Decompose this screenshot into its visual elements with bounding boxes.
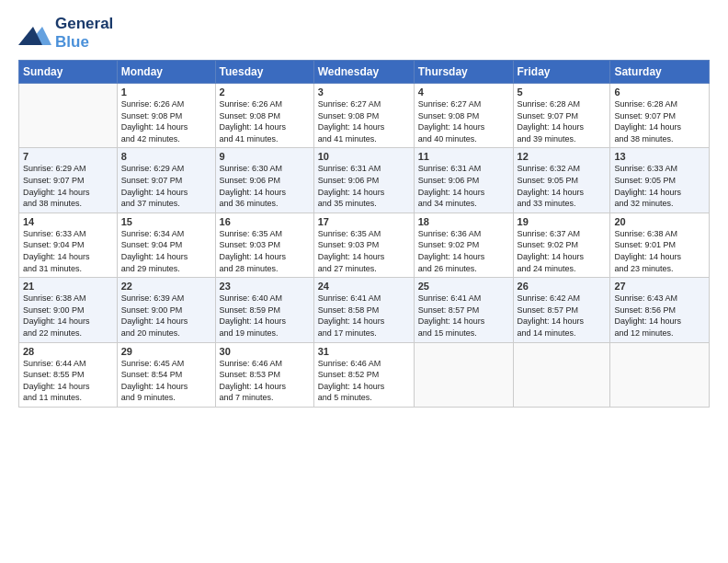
day-number: 11 bbox=[418, 151, 509, 162]
day-info: Sunrise: 6:43 AMSunset: 8:56 PMDaylight:… bbox=[614, 293, 705, 339]
day-number: 7 bbox=[23, 151, 113, 162]
day-number: 15 bbox=[121, 216, 211, 227]
day-info: Sunrise: 6:38 AMSunset: 9:00 PMDaylight:… bbox=[23, 293, 113, 339]
day-number: 8 bbox=[121, 151, 211, 162]
calendar-cell: 11Sunrise: 6:31 AMSunset: 9:06 PMDayligh… bbox=[414, 148, 513, 213]
calendar-cell: 10Sunrise: 6:31 AMSunset: 9:06 PMDayligh… bbox=[313, 148, 414, 213]
day-info: Sunrise: 6:39 AMSunset: 9:00 PMDaylight:… bbox=[121, 293, 211, 339]
calendar-header-tuesday: Tuesday bbox=[215, 61, 313, 84]
day-number: 23 bbox=[220, 281, 310, 292]
day-number: 30 bbox=[220, 346, 310, 357]
calendar-cell: 5Sunrise: 6:28 AMSunset: 9:07 PMDaylight… bbox=[513, 84, 610, 148]
calendar-cell: 26Sunrise: 6:42 AMSunset: 8:57 PMDayligh… bbox=[513, 278, 610, 342]
header: General Blue bbox=[18, 15, 710, 51]
day-number: 29 bbox=[121, 346, 211, 357]
calendar-week-3: 14Sunrise: 6:33 AMSunset: 9:04 PMDayligh… bbox=[19, 213, 710, 277]
calendar-cell: 19Sunrise: 6:37 AMSunset: 9:02 PMDayligh… bbox=[513, 213, 610, 277]
day-info: Sunrise: 6:34 AMSunset: 9:04 PMDaylight:… bbox=[121, 228, 211, 274]
day-info: Sunrise: 6:31 AMSunset: 9:06 PMDaylight:… bbox=[418, 163, 509, 209]
page: General Blue SundayMondayTuesdayWednesda… bbox=[0, 0, 728, 417]
day-info: Sunrise: 6:26 AMSunset: 9:08 PMDaylight:… bbox=[121, 98, 211, 144]
calendar-cell: 2Sunrise: 6:26 AMSunset: 9:08 PMDaylight… bbox=[215, 84, 313, 148]
day-number: 14 bbox=[23, 216, 113, 227]
calendar-cell: 22Sunrise: 6:39 AMSunset: 9:00 PMDayligh… bbox=[117, 278, 215, 342]
day-info: Sunrise: 6:41 AMSunset: 8:58 PMDaylight:… bbox=[318, 293, 410, 339]
day-number: 6 bbox=[614, 86, 705, 98]
day-number: 27 bbox=[614, 281, 705, 292]
calendar-cell: 23Sunrise: 6:40 AMSunset: 8:59 PMDayligh… bbox=[215, 278, 313, 342]
calendar-cell: 17Sunrise: 6:35 AMSunset: 9:03 PMDayligh… bbox=[313, 213, 414, 277]
calendar-cell: 14Sunrise: 6:33 AMSunset: 9:04 PMDayligh… bbox=[19, 213, 118, 277]
calendar-header-friday: Friday bbox=[513, 61, 610, 84]
calendar-header-wednesday: Wednesday bbox=[313, 61, 414, 84]
day-info: Sunrise: 6:33 AMSunset: 9:04 PMDaylight:… bbox=[23, 228, 113, 274]
calendar-week-2: 7Sunrise: 6:29 AMSunset: 9:07 PMDaylight… bbox=[19, 148, 710, 213]
day-info: Sunrise: 6:36 AMSunset: 9:02 PMDaylight:… bbox=[418, 228, 509, 274]
logo-text: General Blue bbox=[55, 15, 113, 51]
logo-icon bbox=[18, 19, 51, 47]
calendar-cell: 28Sunrise: 6:44 AMSunset: 8:55 PMDayligh… bbox=[19, 342, 118, 407]
calendar-cell: 6Sunrise: 6:28 AMSunset: 9:07 PMDaylight… bbox=[610, 84, 710, 148]
calendar-header-row: SundayMondayTuesdayWednesdayThursdayFrid… bbox=[19, 61, 710, 84]
day-number: 9 bbox=[220, 151, 310, 162]
day-number: 31 bbox=[318, 346, 410, 357]
day-info: Sunrise: 6:46 AMSunset: 8:52 PMDaylight:… bbox=[318, 358, 410, 404]
day-info: Sunrise: 6:27 AMSunset: 9:08 PMDaylight:… bbox=[418, 98, 509, 144]
day-number: 2 bbox=[220, 86, 310, 98]
day-info: Sunrise: 6:38 AMSunset: 9:01 PMDaylight:… bbox=[614, 228, 705, 274]
logo: General Blue bbox=[18, 15, 113, 51]
day-number: 13 bbox=[614, 151, 705, 162]
calendar-cell: 16Sunrise: 6:35 AMSunset: 9:03 PMDayligh… bbox=[215, 213, 313, 277]
day-info: Sunrise: 6:29 AMSunset: 9:07 PMDaylight:… bbox=[23, 163, 113, 209]
day-info: Sunrise: 6:33 AMSunset: 9:05 PMDaylight:… bbox=[614, 163, 705, 209]
calendar-cell bbox=[610, 342, 710, 407]
day-info: Sunrise: 6:32 AMSunset: 9:05 PMDaylight:… bbox=[518, 163, 607, 209]
day-number: 12 bbox=[518, 151, 607, 162]
calendar-header-monday: Monday bbox=[117, 61, 215, 84]
calendar-cell: 27Sunrise: 6:43 AMSunset: 8:56 PMDayligh… bbox=[610, 278, 710, 342]
day-info: Sunrise: 6:40 AMSunset: 8:59 PMDaylight:… bbox=[220, 293, 310, 339]
day-info: Sunrise: 6:26 AMSunset: 9:08 PMDaylight:… bbox=[220, 98, 310, 144]
day-number: 19 bbox=[518, 216, 607, 227]
day-info: Sunrise: 6:41 AMSunset: 8:57 PMDaylight:… bbox=[418, 293, 509, 339]
day-number: 1 bbox=[121, 86, 211, 98]
calendar-cell: 15Sunrise: 6:34 AMSunset: 9:04 PMDayligh… bbox=[117, 213, 215, 277]
day-number: 10 bbox=[318, 151, 410, 162]
day-number: 25 bbox=[418, 281, 509, 292]
day-info: Sunrise: 6:42 AMSunset: 8:57 PMDaylight:… bbox=[518, 293, 607, 339]
day-number: 26 bbox=[518, 281, 607, 292]
calendar-cell: 3Sunrise: 6:27 AMSunset: 9:08 PMDaylight… bbox=[313, 84, 414, 148]
calendar-week-5: 28Sunrise: 6:44 AMSunset: 8:55 PMDayligh… bbox=[19, 342, 710, 407]
day-number: 22 bbox=[121, 281, 211, 292]
calendar-cell: 25Sunrise: 6:41 AMSunset: 8:57 PMDayligh… bbox=[414, 278, 513, 342]
day-number: 5 bbox=[518, 86, 607, 98]
calendar-table: SundayMondayTuesdayWednesdayThursdayFrid… bbox=[18, 60, 710, 408]
day-info: Sunrise: 6:28 AMSunset: 9:07 PMDaylight:… bbox=[614, 98, 705, 144]
day-info: Sunrise: 6:35 AMSunset: 9:03 PMDaylight:… bbox=[220, 228, 310, 274]
calendar-header-thursday: Thursday bbox=[414, 61, 513, 84]
day-info: Sunrise: 6:37 AMSunset: 9:02 PMDaylight:… bbox=[518, 228, 607, 274]
day-info: Sunrise: 6:35 AMSunset: 9:03 PMDaylight:… bbox=[318, 228, 410, 274]
day-number: 16 bbox=[220, 216, 310, 227]
calendar-cell bbox=[414, 342, 513, 407]
day-info: Sunrise: 6:45 AMSunset: 8:54 PMDaylight:… bbox=[121, 358, 211, 404]
day-number: 4 bbox=[418, 86, 509, 98]
day-number: 17 bbox=[318, 216, 410, 227]
day-info: Sunrise: 6:29 AMSunset: 9:07 PMDaylight:… bbox=[121, 163, 211, 209]
calendar-cell: 8Sunrise: 6:29 AMSunset: 9:07 PMDaylight… bbox=[117, 148, 215, 213]
calendar-cell: 13Sunrise: 6:33 AMSunset: 9:05 PMDayligh… bbox=[610, 148, 710, 213]
calendar-cell: 31Sunrise: 6:46 AMSunset: 8:52 PMDayligh… bbox=[313, 342, 414, 407]
day-number: 3 bbox=[318, 86, 410, 98]
calendar-cell bbox=[513, 342, 610, 407]
calendar-week-1: 1Sunrise: 6:26 AMSunset: 9:08 PMDaylight… bbox=[19, 84, 710, 148]
day-number: 28 bbox=[23, 346, 113, 357]
calendar-cell: 30Sunrise: 6:46 AMSunset: 8:53 PMDayligh… bbox=[215, 342, 313, 407]
calendar-cell: 1Sunrise: 6:26 AMSunset: 9:08 PMDaylight… bbox=[117, 84, 215, 148]
calendar-header-saturday: Saturday bbox=[610, 61, 710, 84]
calendar-cell: 29Sunrise: 6:45 AMSunset: 8:54 PMDayligh… bbox=[117, 342, 215, 407]
calendar-cell: 4Sunrise: 6:27 AMSunset: 9:08 PMDaylight… bbox=[414, 84, 513, 148]
calendar-cell: 18Sunrise: 6:36 AMSunset: 9:02 PMDayligh… bbox=[414, 213, 513, 277]
calendar-cell: 12Sunrise: 6:32 AMSunset: 9:05 PMDayligh… bbox=[513, 148, 610, 213]
calendar-header-sunday: Sunday bbox=[19, 61, 118, 84]
day-number: 24 bbox=[318, 281, 410, 292]
